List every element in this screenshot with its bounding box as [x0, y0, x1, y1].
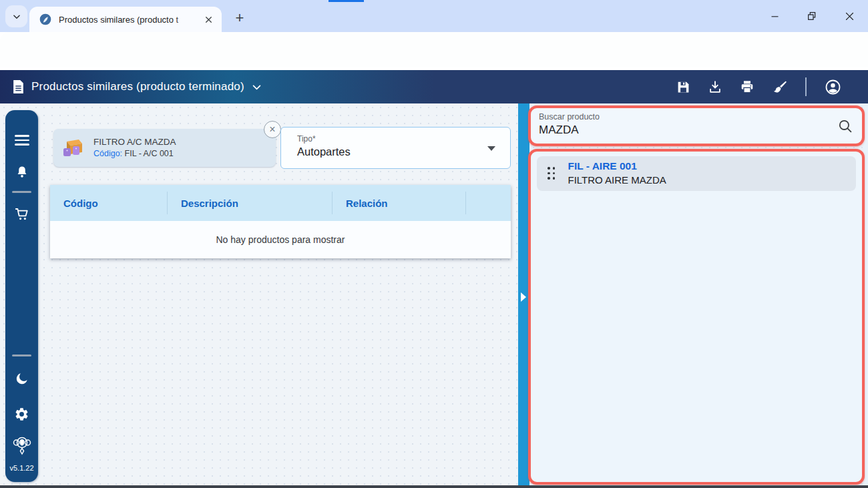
sidebar-logo-button[interactable] [5, 434, 38, 458]
sidebar: v5.1.22 [5, 110, 38, 482]
print-button[interactable] [738, 78, 756, 95]
sidebar-menu-button[interactable] [5, 130, 38, 150]
gear-icon [14, 407, 29, 422]
bell-icon [15, 165, 29, 180]
loading-bar-fragment [329, 0, 364, 2]
table-header-codigo: Código [50, 192, 167, 214]
table-empty-message: No hay productos para mostrar [50, 221, 511, 258]
app-version: v5.1.22 [5, 464, 38, 472]
sidebar-cart-button[interactable] [5, 204, 38, 224]
annotation-results-highlight: FIL - AIRE 001 FILTRO AIRE MAZDA [528, 149, 865, 485]
moon-icon [15, 371, 29, 386]
chip-code-value: FIL - A/C 001 [125, 149, 174, 158]
table-header-descripcion: Descripción [167, 192, 332, 214]
sidebar-dark-mode-button[interactable] [5, 369, 38, 389]
restore-button[interactable] [793, 1, 831, 31]
document-icon [12, 79, 25, 94]
browser-tab[interactable]: Productos similares (producto t [29, 7, 222, 32]
page-title: Productos similares (producto terminado) [31, 80, 244, 93]
sidebar-divider-bottom [12, 354, 31, 356]
browser-window: Productos similares (producto t + [0, 0, 868, 488]
drag-handle-icon[interactable] [548, 167, 556, 180]
sidebar-divider [12, 191, 31, 193]
table-header-relacion: Relación [332, 192, 465, 214]
tab-title-fade [175, 15, 194, 31]
search-result-item[interactable]: FIL - AIRE 001 FILTRO AIRE MAZDA [537, 156, 856, 191]
clean-brush-button[interactable] [771, 78, 788, 95]
product-box-icon [61, 137, 85, 160]
chip-remove-button[interactable]: × [264, 121, 281, 138]
product-search-input[interactable]: Buscar producto MAZDA [539, 112, 829, 137]
selected-product-chip: FILTRO A/C MAZDA Código: FIL - A/C 001 × [53, 129, 276, 167]
page-title-dropdown[interactable]: Productos similares (producto terminado) [12, 79, 262, 94]
chip-product-code-row: Código: FIL - A/C 001 [93, 148, 176, 160]
search-icon[interactable] [837, 117, 854, 135]
result-product-code: FIL - AIRE 001 [568, 160, 666, 174]
tab-strip: Productos similares (producto t + [0, 0, 868, 32]
type-select[interactable]: Tipo* Autopartes [280, 127, 511, 169]
window-controls [756, 0, 868, 32]
site-favicon-icon [39, 13, 52, 26]
tab-search-button[interactable] [5, 5, 27, 27]
tab-title: Productos similares (producto t [59, 15, 189, 25]
annotation-search-highlight: Buscar producto MAZDA [528, 105, 865, 146]
app-header: Productos similares (producto terminado) [0, 70, 868, 103]
sidebar-notifications-button[interactable] [5, 162, 38, 182]
select-caret-icon [487, 146, 495, 151]
table-header-row: Código Descripción Relación [50, 185, 511, 221]
monkey-logo-icon [12, 435, 32, 457]
cart-icon [14, 206, 30, 222]
header-divider [805, 77, 807, 96]
download-button[interactable] [706, 78, 724, 95]
new-tab-button[interactable]: + [230, 8, 250, 28]
collapse-arrow-icon[interactable] [521, 292, 526, 302]
close-window-button[interactable] [831, 1, 868, 31]
save-button[interactable] [674, 78, 692, 95]
header-actions [674, 70, 841, 103]
account-button[interactable] [824, 78, 841, 95]
taskbar-edge [0, 485, 868, 488]
minimize-button[interactable] [756, 1, 793, 31]
tab-close-icon[interactable] [202, 13, 215, 26]
table-header-actions [465, 192, 511, 214]
search-input-label: Buscar producto [539, 112, 829, 121]
type-select-label: Tipo* [297, 134, 499, 144]
hamburger-icon [15, 135, 29, 145]
app-body: v5.1.22 FILTRO A/C MAZDA Código: FIL - A… [0, 103, 868, 485]
search-input-value: MAZDA [539, 124, 829, 137]
search-panel: Buscar producto MAZDA FIL - AIRE [529, 103, 868, 485]
type-select-value: Autopartes [297, 146, 499, 158]
title-chevron-down-icon [251, 81, 262, 93]
browser-toolbar [0, 32, 868, 67]
sidebar-settings-button[interactable] [5, 404, 38, 424]
chip-product-name: FILTRO A/C MAZDA [93, 136, 176, 148]
chevron-down-icon [12, 12, 21, 21]
result-product-name: FILTRO AIRE MAZDA [568, 174, 666, 187]
similar-products-table: Código Descripción Relación No hay produ… [50, 185, 511, 258]
chip-code-label: Código: [93, 149, 122, 158]
